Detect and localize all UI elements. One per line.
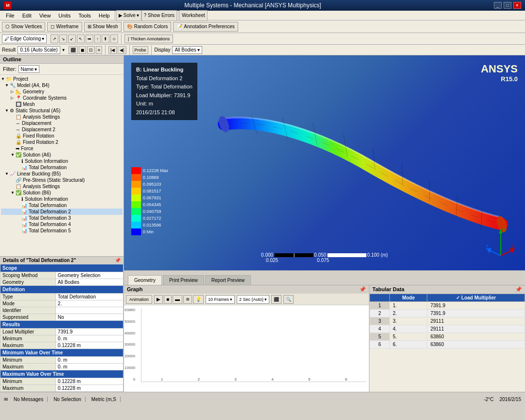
menu-tools[interactable]: Tools: [74, 12, 95, 19]
stop-button[interactable]: ■: [164, 295, 172, 304]
all-bodies-dropdown[interactable]: All Bodies ▾: [172, 46, 202, 54]
chart-bar-6[interactable]: 6: [331, 376, 362, 382]
chart-bar-4[interactable]: 4: [257, 376, 288, 382]
tree-item-6[interactable]: ▼ ⚙ Static Structural (A5): [1, 107, 122, 114]
menu-file[interactable]: File: [2, 12, 18, 19]
menu-edit[interactable]: Edit: [18, 12, 35, 19]
detail-label: Identifier: [0, 307, 56, 314]
show-mesh-button[interactable]: ⊞ Show Mesh: [84, 22, 122, 32]
nav-btn-2[interactable]: ◀|: [118, 46, 126, 54]
menu-units[interactable]: Units: [54, 12, 74, 19]
viewport[interactable]: B: Linear Buckling Total Deformation 2 T…: [124, 55, 525, 270]
arrow-tool-7[interactable]: ⬆: [102, 35, 109, 43]
menu-help[interactable]: Help: [95, 12, 114, 19]
export-button[interactable]: ⬛: [271, 295, 281, 304]
tree-item-22[interactable]: 📊 Total Deformation 2: [1, 209, 122, 215]
tree-area[interactable]: ▼ 📁 Project ▼ 🔧 Model (A4, B4) ▷ 📐 Geome…: [0, 75, 123, 256]
arrow-tool-5[interactable]: ➡: [86, 35, 93, 43]
tree-item-label: Coordinate Systems: [23, 95, 67, 101]
tree-item-19[interactable]: ▼ ✅ Solution (B6): [1, 190, 122, 196]
tree-item-18[interactable]: 📋 Analysis Settings: [1, 183, 122, 190]
arrow-tool-8[interactable]: ⊹: [110, 35, 118, 43]
edge-coloring-dropdown[interactable]: 🖊 Edge Coloring ▾: [2, 35, 47, 43]
tree-item-10[interactable]: 🔒 Fixed Rotation: [1, 133, 122, 139]
thicken-annotations-button[interactable]: | Thicken Annotations: [124, 35, 173, 43]
graph-area[interactable]: 63860 50000 40000 30000 20000 10000 0 1: [124, 305, 369, 392]
tab-geometry[interactable]: Geometry: [128, 275, 162, 285]
random-colors-button[interactable]: 🎨 Random Colors: [123, 22, 171, 32]
tabular-row[interactable]: 2 2. 7391.9: [370, 310, 525, 317]
tree-item-1[interactable]: ▼ 📁 Project: [1, 76, 122, 82]
probe-button[interactable]: Probe: [133, 46, 148, 54]
tabular-pin-icon[interactable]: 📌: [515, 286, 522, 293]
arrow-tool-3[interactable]: ↙: [68, 35, 76, 43]
tree-item-14[interactable]: ℹ Solution Information: [1, 158, 122, 164]
tree-item-9[interactable]: ↔ Displacement 2: [1, 126, 122, 133]
play-button[interactable]: ▶: [154, 295, 163, 304]
bar-x-label: 4: [271, 377, 273, 382]
chart-bar-5[interactable]: 5: [294, 376, 325, 382]
tree-item-25[interactable]: 📊 Total Deformation 5: [1, 228, 122, 234]
res-btn-4[interactable]: ≡: [96, 46, 102, 54]
close-button[interactable]: ✕: [513, 2, 521, 9]
tree-item-12[interactable]: ➡ Force: [1, 145, 122, 152]
chart-bar-1[interactable]: 1: [146, 376, 177, 382]
arrow-tool-1[interactable]: ↗: [51, 35, 58, 43]
line-chart-button[interactable]: ≋: [183, 295, 192, 304]
row-value: 63860: [427, 341, 525, 349]
tabular-row[interactable]: 6 6. 63860: [370, 341, 525, 349]
zoom-button[interactable]: 🔍: [283, 295, 294, 304]
chart-bar-2[interactable]: 2: [183, 376, 214, 382]
tree-item-24[interactable]: 📊 Total Deformation 4: [1, 221, 122, 228]
minimize-button[interactable]: _: [494, 2, 502, 9]
tree-item-7[interactable]: 📋 Analysis Settings: [1, 114, 122, 120]
tabular-table-container[interactable]: Mode✓ Load Multiplier 1 1. 7391.9 2 2. 7…: [369, 294, 525, 392]
tree-item-8[interactable]: ↔ Displacement: [1, 120, 122, 126]
tree-item-13[interactable]: ▼ ✅ Solution (A6): [1, 152, 122, 158]
res-btn-3[interactable]: ⊡: [87, 46, 95, 54]
menu-view[interactable]: View: [35, 12, 55, 19]
arrow-tool-6[interactable]: ↑: [94, 35, 101, 43]
tree-item-21[interactable]: 📊 Total Deformation: [1, 202, 122, 209]
tree-item-5[interactable]: 🔲 Mesh: [1, 101, 122, 107]
tree-item-11[interactable]: 🔒 Fixed Rotation 2: [1, 139, 122, 145]
nav-btn-1[interactable]: |◀: [108, 46, 117, 54]
show-vertices-button[interactable]: ⬡ Show Vertices: [2, 22, 45, 32]
chart-bar-3[interactable]: 3: [220, 376, 251, 382]
arrow-tool-4[interactable]: ↖: [77, 35, 85, 43]
result-dropdown-arrow[interactable]: ▾: [62, 47, 65, 52]
graph-pin-icon[interactable]: 📌: [359, 286, 366, 293]
sec-dropdown[interactable]: 2 Sec (Auto) ▾: [237, 295, 269, 304]
annotation-prefs-button[interactable]: 📝 Annotation Preferences: [173, 22, 238, 32]
tree-item-icon: ✅: [16, 152, 21, 158]
res-btn-2[interactable]: ◼: [79, 46, 86, 54]
tree-item-23[interactable]: 📊 Total Deformation 3: [1, 215, 122, 221]
filter-dropdown[interactable]: Name ▾: [18, 65, 40, 73]
tabular-row[interactable]: 5 5. 63860: [370, 333, 525, 341]
tab-print-preview[interactable]: Print Preview: [163, 275, 204, 285]
light-button[interactable]: 💡: [193, 295, 204, 304]
tree-item-17[interactable]: 🔗 Pre-Stress (Static Structural): [1, 177, 122, 183]
res-btn-1[interactable]: ⬛: [69, 46, 78, 54]
worksheet-button[interactable]: Worksheet: [179, 10, 208, 21]
wireframe-button[interactable]: ◻ Wireframe: [47, 22, 82, 32]
tabular-row[interactable]: 3 3. 29111: [370, 317, 525, 325]
details-pin-icon[interactable]: 📌: [115, 258, 121, 263]
frames-dropdown[interactable]: 10 Frames ▾: [206, 295, 235, 304]
tree-item-3[interactable]: ▷ 📐 Geometry: [1, 88, 122, 95]
tabular-row[interactable]: 1 1. 7391.9: [370, 302, 525, 310]
tabular-row[interactable]: 4 4. 29111: [370, 325, 525, 333]
arrow-tool-2[interactable]: ↘: [59, 35, 67, 43]
show-errors-button[interactable]: ? Show Errors: [141, 10, 177, 21]
tree-item-20[interactable]: ℹ Solution Information: [1, 196, 122, 202]
tree-item-4[interactable]: ▷ 📍 Coordinate Systems: [1, 95, 122, 101]
maximize-button[interactable]: □: [504, 2, 511, 9]
animation-button[interactable]: Animation: [126, 295, 152, 304]
tree-item-15[interactable]: 📊 Total Deformation: [1, 164, 122, 171]
tab-report-preview[interactable]: Report Preview: [205, 275, 251, 285]
tree-item-16[interactable]: ▼ 📈 Linear Buckling (B5): [1, 171, 122, 177]
solve-button[interactable]: ▶ Solve ▾: [116, 10, 141, 21]
bar-chart-button[interactable]: ▬: [173, 295, 182, 304]
tree-item-2[interactable]: ▼ 🔧 Model (A4, B4): [1, 82, 122, 88]
titlebar: M Multiple Systems - Mechanical [ANSYS M…: [0, 0, 525, 11]
